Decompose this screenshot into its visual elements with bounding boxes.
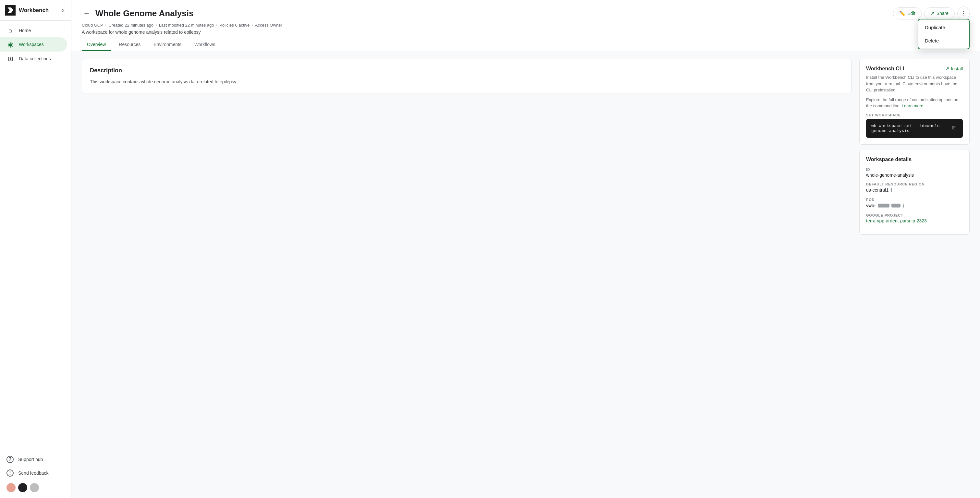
- id-label: ID: [866, 168, 963, 171]
- avatar-1: [18, 483, 27, 492]
- sidebar-icon-home: ⌂: [6, 27, 14, 34]
- sidebar-bottom-icon-support-hub: ?: [6, 456, 14, 463]
- share-label: Share: [937, 11, 948, 16]
- cli-card: Workbench CLI ↗ Install Install the Work…: [859, 59, 970, 144]
- meta-cloud: Cloud GCP: [82, 23, 103, 27]
- pod-prefix: vwb-: [866, 203, 876, 208]
- google-project-label: GOOGLE PROJECT: [866, 213, 963, 217]
- region-label: DEFAULT RESOURCE REGION: [866, 182, 963, 186]
- sidebar-label-data-collections: Data collections: [19, 56, 51, 61]
- sidebar-icon-workspaces: ◉: [6, 41, 14, 48]
- sidebar-label-workspaces: Workspaces: [19, 42, 44, 47]
- dropdown-menu: DuplicateDelete: [918, 19, 970, 49]
- page-header: ← Whole Genome Analysis ✏️ Edit ↗ Share …: [72, 0, 980, 51]
- cli-card-body2: Explore the full range of customization …: [866, 97, 963, 109]
- description-section: Description This workspace contains whol…: [82, 59, 851, 94]
- workspace-details-card: Workspace details ID whole-genome-analys…: [859, 150, 970, 235]
- main-column: Description This workspace contains whol…: [82, 59, 851, 490]
- meta-access: Access Owner: [255, 23, 282, 27]
- sidebar-collapse-button[interactable]: «: [60, 5, 66, 15]
- sidebar-item-home[interactable]: ⌂Home: [0, 23, 67, 37]
- pod-redacted-2: [891, 204, 900, 208]
- workbench-logo-icon: [8, 8, 13, 13]
- meta-created: Created 22 minutes ago: [108, 23, 153, 27]
- sidebar-item-data-collections[interactable]: ⊞Data collections: [0, 52, 67, 66]
- install-link[interactable]: ↗ Install: [945, 66, 963, 71]
- tab-environments[interactable]: Environments: [148, 38, 186, 51]
- tab-resources[interactable]: Resources: [114, 38, 146, 51]
- cli-card-header: Workbench CLI ↗ Install: [866, 66, 963, 71]
- sidebar-brand-title: Workbench: [19, 7, 49, 14]
- tab-overview[interactable]: Overview: [82, 38, 111, 51]
- edit-button[interactable]: ✏️ Edit: [893, 8, 921, 19]
- meta-policies: Policies 0 active: [220, 23, 250, 27]
- pod-value: vwb- ℹ: [866, 203, 963, 209]
- cli-command-text: wb workspace set --id=whole- genome-anal…: [871, 124, 948, 133]
- pod-block: vwb- ℹ: [866, 203, 904, 209]
- sidebar-icon-data-collections: ⊞: [6, 55, 14, 63]
- sidebar-bottom: ?Support hub!Send feedback: [0, 450, 71, 498]
- avatar-0[interactable]: [6, 483, 16, 492]
- avatar-2: [30, 483, 39, 492]
- main-content: ← Whole Genome Analysis ✏️ Edit ↗ Share …: [72, 0, 980, 498]
- cli-command-block: wb workspace set --id=whole- genome-anal…: [866, 119, 963, 138]
- sidebar-label-home: Home: [19, 28, 31, 33]
- sidebar: Workbench « ⌂Home◉Workspaces⊞Data collec…: [0, 0, 72, 498]
- google-project-detail-row: GOOGLE PROJECT terra-vpp-ardent-parsnip-…: [866, 213, 963, 224]
- dropdown-item-delete[interactable]: Delete: [918, 34, 969, 48]
- page-description: A workspace for whole genome analysis re…: [82, 30, 970, 35]
- google-project-link[interactable]: terra-vpp-ardent-parsnip-2323: [866, 218, 927, 224]
- sidebar-bottom-item-support-hub[interactable]: ?Support hub: [0, 453, 71, 466]
- page-meta: Cloud GCP • Created 22 minutes ago • Las…: [82, 23, 970, 27]
- id-detail-row: ID whole-genome-analysis: [866, 168, 963, 178]
- edit-label: Edit: [908, 11, 915, 16]
- google-project-value: terra-vpp-ardent-parsnip-2323: [866, 218, 963, 224]
- more-options-button[interactable]: ⋮: [957, 6, 970, 20]
- sidebar-bottom-label-support-hub: Support hub: [18, 457, 43, 462]
- description-heading: Description: [90, 67, 843, 74]
- back-button[interactable]: ←: [82, 8, 92, 19]
- tabs: OverviewResourcesEnvironmentsWorkflows: [82, 38, 970, 51]
- page-title: Whole Genome Analysis: [95, 8, 889, 19]
- pod-redacted-1: [878, 204, 889, 208]
- install-label: Install: [951, 66, 963, 71]
- cli-card-title: Workbench CLI: [866, 66, 904, 71]
- content-area: Description This workspace contains whol…: [72, 51, 980, 498]
- sidebar-bottom-item-send-feedback[interactable]: !Send feedback: [0, 466, 71, 480]
- meta-sep3: •: [216, 23, 217, 27]
- sidebar-bottom-icon-send-feedback: !: [6, 469, 14, 477]
- meta-sep1: •: [105, 23, 107, 27]
- sidebar-item-workspaces[interactable]: ◉Workspaces: [0, 37, 67, 52]
- header-actions: ✏️ Edit ↗ Share ⋮: [893, 6, 970, 20]
- meta-sep4: •: [251, 23, 253, 27]
- sidebar-header: Workbench «: [0, 0, 71, 21]
- region-detail-row: DEFAULT RESOURCE REGION us-central1 ℹ: [866, 182, 963, 193]
- region-info-icon[interactable]: ℹ: [891, 187, 892, 193]
- description-text: This workspace contains whole genome ana…: [90, 78, 843, 85]
- sidebar-bottom-label-send-feedback: Send feedback: [18, 471, 48, 476]
- pod-label: POD: [866, 198, 963, 201]
- edit-icon: ✏️: [899, 10, 906, 16]
- page-title-row: ← Whole Genome Analysis ✏️ Edit ↗ Share …: [82, 6, 970, 20]
- right-panel: Workbench CLI ↗ Install Install the Work…: [859, 59, 970, 490]
- avatar-row: [0, 480, 71, 495]
- sidebar-nav: ⌂Home◉Workspaces⊞Data collections: [0, 21, 71, 450]
- tab-workflows[interactable]: Workflows: [189, 38, 220, 51]
- cli-card-body: Install the Workbench CLI to use this wo…: [866, 74, 963, 94]
- meta-modified: Last modified 22 minutes ago: [159, 23, 214, 27]
- pod-detail-row: POD vwb- ℹ: [866, 198, 963, 209]
- id-value: whole-genome-analysis: [866, 173, 963, 178]
- share-icon: ↗: [930, 10, 935, 16]
- details-card-title: Workspace details: [866, 157, 963, 162]
- sidebar-logo: [5, 5, 16, 16]
- region-value: us-central1 ℹ: [866, 187, 963, 193]
- pod-info-icon[interactable]: ℹ: [902, 203, 904, 209]
- share-button[interactable]: ↗ Share: [924, 8, 955, 19]
- external-link-icon: ↗: [945, 66, 950, 71]
- copy-button[interactable]: ⧉: [951, 124, 958, 133]
- meta-sep2: •: [156, 23, 157, 27]
- learn-more-link[interactable]: Learn more: [902, 103, 923, 108]
- set-workspace-label: SET WORKSPACE: [866, 113, 963, 117]
- dropdown-item-duplicate[interactable]: Duplicate: [918, 21, 969, 34]
